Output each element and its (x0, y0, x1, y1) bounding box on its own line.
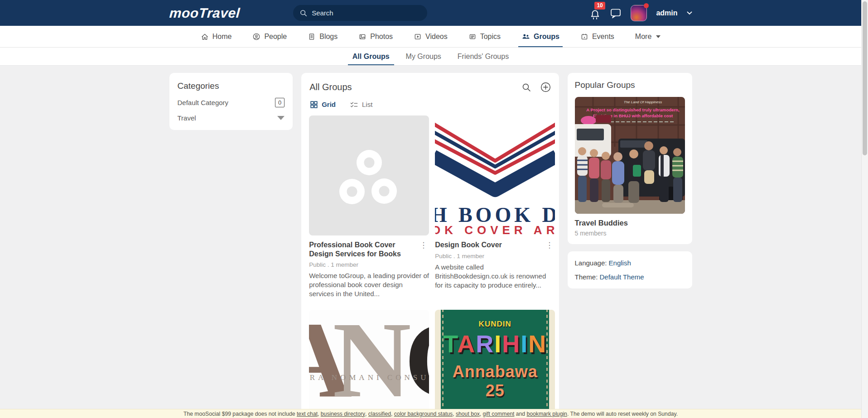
site-logo[interactable]: mooTravel (169, 5, 240, 21)
poster-stitch-border (442, 310, 444, 418)
tab-blogs[interactable]: Blogs (297, 26, 348, 47)
online-status-dot (644, 3, 649, 8)
categories-title: Categories (178, 81, 285, 91)
view-grid-button[interactable]: Grid (310, 101, 336, 108)
search-groups-icon[interactable] (521, 82, 531, 92)
tab-home[interactable]: Home (190, 26, 242, 47)
notification-count-badge: 10 (594, 2, 605, 10)
notifications-button[interactable]: 10 (589, 9, 601, 20)
search-input[interactable] (312, 9, 421, 17)
footer-text: , (391, 411, 394, 417)
view-list-button[interactable]: List (350, 101, 372, 108)
user-menu-chevron-down-icon[interactable] (687, 11, 692, 15)
group-meta: Public . 1 member (435, 253, 555, 259)
main-navigation: Home People Blogs (0, 26, 861, 48)
page-scrollbar[interactable] (861, 0, 868, 418)
popular-group-members: 5 members (575, 230, 685, 237)
group-image-tarihin-poster[interactable]: KUNDIN TARIHIN Annabawa 25 (435, 310, 555, 418)
chat-button[interactable] (610, 8, 622, 19)
group-description: A website called BritishBookdesign.co.uk… (435, 263, 555, 289)
language-link[interactable]: English (609, 259, 631, 267)
subtab-friends-groups[interactable]: Friends' Groups (458, 48, 509, 65)
tab-more-label: More (635, 33, 651, 41)
tab-videos[interactable]: Videos (403, 26, 458, 47)
list-icon (350, 101, 358, 108)
footer-text: The mooSocial $99 package does not inclu… (183, 411, 297, 417)
nc-logo-caption: ARA NOMANI CONSUL (309, 373, 429, 382)
footer-link[interactable]: text chat (297, 411, 318, 417)
popular-groups-panel: Popular Groups The Land Of Happiness A P… (568, 73, 692, 244)
tab-people[interactable]: People (242, 26, 297, 47)
language-label: Language: (575, 259, 607, 267)
category-count-badge: 0 (275, 98, 285, 107)
subtab-all-groups[interactable]: All Groups (352, 48, 390, 65)
group-menu-dots-icon[interactable]: ⋮ (418, 240, 429, 259)
footer-text: , (365, 411, 368, 417)
footer-link[interactable]: bookmark plugin (526, 411, 567, 417)
footer-link[interactable]: gift comment (483, 411, 515, 417)
all-groups-panel: All Groups (301, 73, 559, 418)
groups-icon (521, 33, 530, 41)
group-image-placeholder[interactable] (309, 115, 429, 235)
group-title[interactable]: Design Book Cover (435, 240, 544, 250)
tab-events[interactable]: Events (570, 26, 625, 47)
tab-photos[interactable]: Photos (348, 26, 403, 47)
poster-letter: I (494, 330, 502, 357)
poster-sub-text: Annabawa 25 (441, 362, 549, 400)
footer-link[interactable]: business directory (321, 411, 365, 417)
subtab-my-groups[interactable]: My Groups (406, 48, 441, 65)
groups-subnav: All Groups My Groups Friends' Groups (0, 48, 861, 66)
category-label[interactable]: Default Category (178, 99, 229, 106)
footer-text: . The demo will auto reset weekly on Sun… (567, 411, 678, 417)
popular-groups-title: Popular Groups (575, 80, 685, 90)
photo-brand-text: The Land Of Happiness (623, 100, 662, 104)
group-image-book-logo[interactable]: H BOOK D OK COVER AR (435, 115, 555, 235)
poster-letter: H (502, 330, 521, 357)
group-card: Professional Book Cover Design Services … (309, 115, 429, 298)
events-icon (580, 33, 588, 41)
tab-events-label: Events (592, 33, 614, 41)
demo-notice-footer: The mooSocial $99 package does not inclu… (0, 409, 861, 418)
footer-link[interactable]: shout box (456, 411, 480, 417)
popular-group-name[interactable]: Travel Buddies (575, 219, 685, 227)
blogs-icon (308, 33, 316, 41)
group-title[interactable]: Professional Book Cover Design Services … (309, 240, 418, 259)
popular-group-photo[interactable]: The Land Of Happiness A Project so disti… (575, 97, 685, 214)
username-label[interactable]: admin (656, 9, 677, 17)
add-group-icon[interactable] (540, 82, 551, 92)
top-navbar: mooTravel 10 (0, 0, 861, 26)
footer-link[interactable]: classified (368, 411, 391, 417)
category-label[interactable]: Travel (178, 114, 196, 122)
category-default[interactable]: Default Category 0 (178, 98, 285, 107)
footer-link[interactable]: color background status (394, 411, 453, 417)
global-search[interactable] (293, 5, 427, 21)
tab-more[interactable]: More (625, 26, 671, 47)
tab-topics-label: Topics (480, 33, 501, 41)
site-settings-panel: Language: English Theme: Default Theme (568, 251, 692, 288)
poster-top-text: KUNDIN (441, 320, 549, 329)
group-image-nc-logo[interactable]: A N C ARA NOMANI CONSUL (309, 310, 429, 418)
scrollbar-thumb[interactable] (863, 1, 867, 155)
tab-topics[interactable]: Topics (458, 26, 511, 47)
theme-link[interactable]: Default Theme (600, 273, 644, 281)
categories-panel: Categories Default Category 0 Travel (169, 73, 293, 130)
user-menu[interactable] (631, 5, 647, 21)
grid-icon (310, 101, 318, 108)
people-icon (252, 33, 260, 41)
expand-caret-icon[interactable] (277, 116, 285, 120)
page-title: All Groups (309, 82, 352, 92)
tab-home-label: Home (212, 33, 232, 41)
book-logo-subtext: OK COVER AR (435, 223, 555, 235)
tab-groups[interactable]: Groups (511, 26, 570, 47)
group-card: H BOOK D OK COVER AR Design Book Cover ⋮… (435, 115, 555, 298)
poster-stitch-border (546, 310, 548, 418)
group-card: A N C ARA NOMANI CONSUL (309, 310, 429, 418)
group-menu-dots-icon[interactable]: ⋮ (544, 240, 555, 250)
category-travel[interactable]: Travel (178, 114, 285, 122)
tab-photos-label: Photos (370, 33, 393, 41)
nc-logo-letter: N (333, 310, 411, 414)
home-icon (201, 33, 209, 41)
tab-groups-label: Groups (534, 33, 559, 41)
footer-text: , (453, 411, 456, 417)
poster-letter: T (443, 330, 457, 357)
